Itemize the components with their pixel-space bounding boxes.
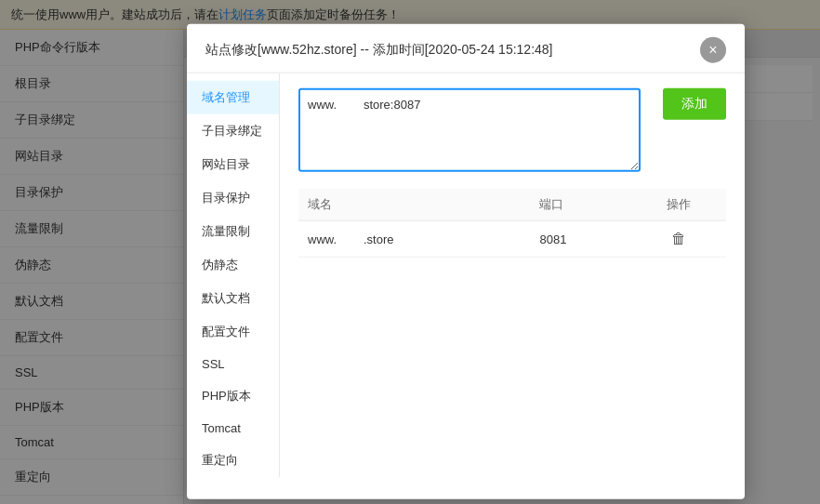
cell-action: 🗑 (631, 220, 726, 257)
modal-header: 站点修改[www.52hz.store] -- 添加时间[2020-05-24 … (187, 24, 745, 73)
modal-nav-tomcat[interactable]: Tomcat (187, 413, 279, 444)
modal-nav-dir-protect[interactable]: 目录保护 (187, 181, 279, 215)
modal-title: 站点修改[www.52hz.store] -- 添加时间[2020-05-24 … (205, 42, 552, 59)
domain-table: 域名 端口 操作 www. .store 8081 🗑 (298, 189, 726, 258)
domain-textarea-wrapper: www. store:8087 (298, 88, 641, 176)
modal-nav-subdir-bind[interactable]: 子目录绑定 (187, 114, 279, 148)
modal-nav-domain-mgmt[interactable]: 域名管理 (187, 81, 279, 114)
modal-nav-config-file[interactable]: 配置文件 (187, 315, 279, 349)
modal-close-button[interactable]: × (700, 37, 726, 63)
modal-nav-site-dir[interactable]: 网站目录 (187, 148, 279, 181)
col-port: 端口 (530, 189, 631, 221)
cell-domain: www. .store (298, 220, 530, 257)
modal-nav: 域名管理 子目录绑定 网站目录 目录保护 流量限制 伪静态 默认文档 配置文件 … (187, 73, 280, 477)
modal-nav-pseudo-static[interactable]: 伪静态 (187, 248, 279, 282)
modal-body: 域名管理 子目录绑定 网站目录 目录保护 流量限制 伪静态 默认文档 配置文件 … (187, 73, 745, 477)
delete-icon[interactable]: 🗑 (671, 231, 686, 246)
modal-content-area: www. store:8087 添加 域名 端口 操作 www. .store (280, 73, 745, 477)
domain-textarea[interactable]: www. store:8087 (298, 88, 641, 172)
col-action: 操作 (631, 189, 726, 221)
col-domain: 域名 (298, 189, 530, 221)
modal-nav-php-version[interactable]: PHP版本 (187, 379, 279, 413)
modal-dialog: 站点修改[www.52hz.store] -- 添加时间[2020-05-24 … (187, 24, 745, 499)
modal-nav-traffic-limit[interactable]: 流量限制 (187, 215, 279, 248)
table-header-row: 域名 端口 操作 (298, 189, 726, 221)
table-row: www. .store 8081 🗑 (298, 220, 726, 257)
modal-nav-default-doc[interactable]: 默认文档 (187, 282, 279, 315)
add-button[interactable]: 添加 (663, 88, 726, 120)
modal-nav-ssl[interactable]: SSL (187, 349, 279, 379)
modal-nav-redirect[interactable]: 重定向 (187, 444, 279, 477)
domain-input-row: www. store:8087 添加 (298, 88, 726, 176)
cell-port: 8081 (530, 220, 631, 257)
